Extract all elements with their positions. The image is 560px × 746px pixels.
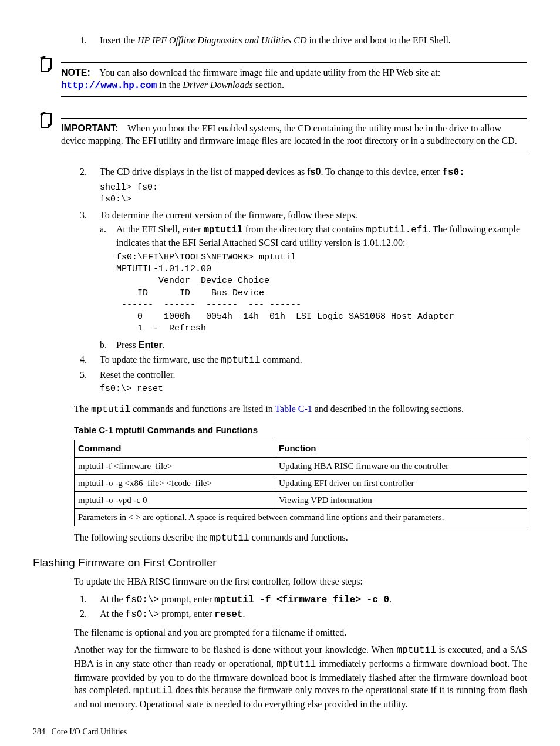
text: The <box>74 404 91 414</box>
cell: mptutil -o -vpd -c 0 <box>75 492 275 509</box>
code-block: fs0:\EFI\HP\TOOLS\NETWORK> mptutil MPTUT… <box>116 252 527 335</box>
table-xref[interactable]: Table C-1 <box>275 404 312 414</box>
text: When you boot the EFI enabled systems, t… <box>61 123 517 146</box>
text: mptutil -f <firmware_file> -c 0 <box>214 595 389 605</box>
text: fs0: <box>442 167 464 178</box>
text: mptutil <box>210 533 249 544</box>
step-number: 5. <box>74 369 100 398</box>
cell: Viewing VPD information <box>275 492 527 509</box>
substep-a: At the EFI Shell, enter mptutil from the… <box>116 223 527 337</box>
code-block: shell> fs0: fs0:\> <box>100 182 527 206</box>
text: mptutil <box>397 645 436 656</box>
step-number: 1. <box>74 34 100 47</box>
step-number: 2. <box>74 607 100 622</box>
text: You can also download the firmware image… <box>99 67 440 77</box>
text: At the EFI Shell, enter <box>116 224 203 234</box>
step-4: To update the firmware, use the mptutil … <box>100 353 527 367</box>
code-block: fs0:\> reset <box>100 383 527 395</box>
text: Driver Downloads <box>183 80 253 90</box>
text: The CD drive displays in the list of map… <box>100 167 307 177</box>
text: section. <box>253 80 284 90</box>
table-row: mptutil -o -g <x86_file> <fcode_file> Up… <box>75 474 527 491</box>
table-caption: Table C-1 mptutil Commands and Functions <box>74 424 527 436</box>
table-note-row: Parameters in < > are optional. A space … <box>75 509 527 526</box>
section-heading: Flashing Firmware on First Controller <box>33 555 527 571</box>
important-icon <box>38 111 56 129</box>
text: command. <box>261 355 302 364</box>
text: in the drive and boot to the EFI Shell. <box>307 35 451 45</box>
text: mptutil <box>91 404 130 415</box>
after-table-para: The following sections describe the mptu… <box>74 531 527 545</box>
step-number: 4. <box>74 353 100 367</box>
cell: Updating HBA RISC firmware on the contro… <box>275 457 527 474</box>
text: prompt, enter <box>159 609 214 619</box>
page-number: 284 <box>33 727 45 736</box>
table-header-row: Command Function <box>75 440 527 457</box>
text: commands and functions are listed in <box>130 404 275 414</box>
col-command: Command <box>75 440 275 457</box>
text: and described in the following sections. <box>312 404 464 414</box>
flash-step-2: At the fsO:\> prompt, enter reset. <box>100 607 527 622</box>
text: reset <box>214 609 242 620</box>
section-p1: The filename is optional and you are pro… <box>74 626 527 639</box>
text: . <box>389 594 392 604</box>
cell: mptutil -o -g <x86_file> <fcode_file> <box>75 474 275 491</box>
note-icon <box>38 55 56 73</box>
substep-number: a. <box>100 223 116 337</box>
step-1-text: Insert the HP IPF Offline Diagnostics an… <box>100 34 527 47</box>
step-2-body: The CD drive displays in the list of map… <box>100 166 527 208</box>
step-number: 1. <box>74 593 100 607</box>
section-intro: To update the HBA RISC firmware on the f… <box>74 575 527 588</box>
cell: Parameters in < > are optional. A space … <box>75 509 527 526</box>
step-5: Reset the controller. fs0:\> reset <box>100 369 527 398</box>
cell: Updating EFI driver on first controller <box>275 474 527 491</box>
text: Insert the <box>100 35 137 45</box>
text: Enter <box>139 340 163 350</box>
text: . To change to this device, enter <box>321 167 442 177</box>
important-label: IMPORTANT: <box>61 123 118 133</box>
text: commands and functions. <box>249 532 348 542</box>
text: At the <box>100 609 126 619</box>
step-number: 3. <box>74 209 100 352</box>
after-steps-para: The mptutil commands and functions are l… <box>74 403 527 417</box>
substep-b: Press Enter. <box>116 339 527 352</box>
text: prompt, enter <box>159 594 214 604</box>
text: from the directory that contains <box>243 224 366 234</box>
text: fs0 <box>307 167 321 177</box>
text: At the <box>100 594 126 604</box>
footer-title: Core I/O Card Utilities <box>52 727 127 736</box>
text: . <box>163 340 165 350</box>
text: mptutil <box>203 225 242 235</box>
text: . <box>242 609 245 619</box>
table-row: mptutil -o -vpd -c 0 Viewing VPD informa… <box>75 492 527 509</box>
text: mptutil <box>221 355 260 366</box>
text: fsO:\> <box>126 595 160 605</box>
important-callout: IMPORTANT: When you boot the EFI enabled… <box>33 110 527 160</box>
table-row: mptutil -f <firmware_file> Updating HBA … <box>75 457 527 474</box>
text: The following sections describe the <box>74 532 210 542</box>
note-label: NOTE: <box>61 67 90 77</box>
substep-number: b. <box>100 339 116 352</box>
commands-table: Command Function mptutil -f <firmware_fi… <box>74 440 527 526</box>
section-p2: Another way for the firmware to be flash… <box>74 643 527 710</box>
step-number: 2. <box>74 166 100 208</box>
text: mptutil <box>276 659 316 670</box>
text: mptutil.efi <box>366 225 428 235</box>
cell: mptutil -f <firmware_file> <box>75 457 275 474</box>
step-3-text: To determine the current version of the … <box>100 209 527 222</box>
text: Press <box>116 340 139 350</box>
col-function: Function <box>275 440 527 457</box>
page-footer: 284 Core I/O Card Utilities <box>33 727 527 738</box>
text: fsO:\> <box>126 609 160 620</box>
text: in the <box>157 80 183 90</box>
text: mptutil <box>133 686 173 696</box>
note-callout: NOTE: You can also download the firmware… <box>33 54 527 105</box>
cd-title: HP IPF Offline Diagnostics and Utilities… <box>137 35 307 45</box>
flash-step-1: At the fsO:\> prompt, enter mptutil -f <… <box>100 593 527 607</box>
text: Another way for the firmware to be flash… <box>74 644 397 654</box>
hp-link[interactable]: http://www.hp.com <box>61 80 157 91</box>
text: Reset the controller. <box>100 369 527 382</box>
text: To update the firmware, use the <box>100 355 221 364</box>
